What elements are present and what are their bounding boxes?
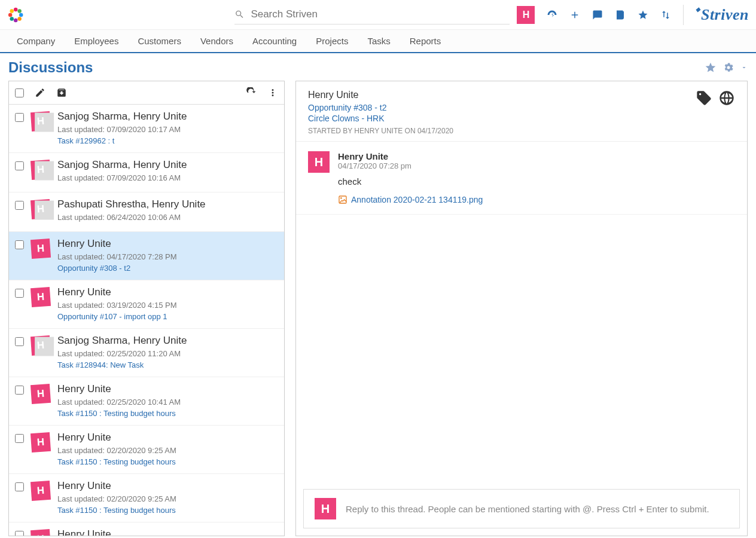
plus-icon[interactable] [569, 10, 580, 20]
app-logo[interactable] [7, 2, 24, 28]
thread-item[interactable]: H Sanjog Sharma, Henry Unite Last update… [9, 329, 284, 377]
svg-point-3 [17, 17, 21, 20]
reply-placeholder: Reply to this thread. People can be ment… [346, 504, 709, 514]
thread-checkbox[interactable] [15, 289, 24, 298]
detail-opportunity-link[interactable]: Opportunity #308 - t2 [308, 103, 735, 112]
gear-icon[interactable] [723, 62, 734, 74]
refresh-icon[interactable] [246, 87, 257, 98]
thread-checkbox[interactable] [15, 201, 24, 210]
thread-link[interactable]: Task #1150 : Testing budget hours [57, 409, 278, 418]
globe-icon[interactable] [718, 90, 735, 106]
thread-link[interactable]: Task #1150 : Testing budget hours [57, 457, 278, 466]
thread-avatar: H [31, 481, 51, 501]
news-icon[interactable] [615, 10, 626, 20]
thread-participants: Henry Unite [57, 383, 278, 395]
select-all-checkbox[interactable] [15, 88, 24, 97]
menu-employees[interactable]: Employees [74, 36, 118, 46]
edit-icon[interactable] [35, 87, 45, 98]
thread-checkbox[interactable] [15, 161, 24, 170]
thread-item[interactable]: H Sanjog Sharma, Henry Unite Last update… [9, 153, 284, 192]
thread-checkbox[interactable] [15, 531, 24, 536]
thread-link[interactable]: Task #1150 : Testing budget hours [57, 506, 278, 515]
message-text: check [338, 176, 483, 187]
top-divider [683, 5, 684, 25]
thread-participants: Henry Unite [57, 238, 278, 250]
sort-icon[interactable] [660, 10, 671, 20]
thread-updated: Last updated: 02/20/2020 9:25 AM [57, 446, 278, 455]
detail-started: STARTED BY HENRY UNITE ON 04/17/2020 [308, 127, 735, 135]
more-icon[interactable] [267, 87, 278, 98]
star-icon[interactable] [638, 10, 648, 20]
svg-point-5 [10, 17, 14, 20]
thread-checkbox[interactable] [15, 386, 24, 395]
user-avatar[interactable]: H [517, 6, 535, 24]
thread-updated: Last updated: 04/17/2020 7:28 PM [57, 252, 278, 261]
thread-item[interactable]: H Sanjog Sharma, Henry Unite Last update… [9, 105, 284, 153]
spacer [296, 215, 747, 482]
attachment-name: Annotation 2020-02-21 134119.png [351, 195, 483, 204]
thread-checkbox[interactable] [15, 337, 24, 346]
thread-avatar: H [31, 160, 51, 180]
menu-customers[interactable]: Customers [138, 36, 181, 46]
thread-item[interactable]: H Henry Unite Last updated: 02/20/2020 9… [9, 426, 284, 474]
svg-point-7 [10, 9, 14, 13]
search-box[interactable] [234, 5, 510, 25]
chevron-down-icon[interactable] [740, 64, 748, 71]
thread-updated: Last updated: 03/19/2020 4:15 PM [57, 301, 278, 310]
svg-point-4 [14, 18, 17, 22]
thread-checkbox[interactable] [15, 434, 24, 443]
thread-avatar: H [31, 432, 51, 453]
thread-item[interactable]: H Henry Unite Last updated: 03/19/2020 4… [9, 280, 284, 329]
thread-participants: Pashupati Shrestha, Henry Unite [57, 198, 278, 210]
thread-link[interactable]: Task #128944: New Task [57, 360, 278, 369]
chat-icon[interactable] [592, 10, 603, 20]
thread-scroll[interactable]: H Sanjog Sharma, Henry Unite Last update… [9, 105, 284, 536]
svg-point-9 [340, 197, 342, 199]
message-time: 04/17/2020 07:28 pm [338, 161, 483, 170]
thread-updated: Last updated: 07/09/2020 10:16 AM [57, 173, 278, 182]
archive-icon[interactable] [56, 87, 67, 98]
thread-item[interactable]: H Henry Unite Last updated: 02/20/2020 9… [9, 474, 284, 522]
dashboard-icon[interactable] [547, 10, 557, 20]
detail-customer-link[interactable]: Circle Clowns - HRK [308, 114, 735, 123]
thread-item[interactable]: H Henry Unite Last updated: 04/17/2020 7… [9, 232, 284, 280]
menu-projects[interactable]: Projects [316, 36, 348, 46]
message-attachment[interactable]: Annotation 2020-02-21 134119.png [338, 195, 483, 204]
thread-item[interactable]: H Henry Unite Last updated: 02/25/2020 1… [9, 377, 284, 426]
search-icon [234, 9, 245, 20]
thread-updated: Last updated: 02/20/2020 9:25 AM [57, 494, 278, 503]
thread-avatar: H [31, 239, 51, 259]
thread-link[interactable]: Opportunity #308 - t2 [57, 264, 278, 273]
thread-link[interactable]: Task #129962 : t [57, 136, 278, 145]
thread-detail-panel: Henry Unite Opportunity #308 - t2 Circle… [295, 81, 748, 536]
thread-checkbox[interactable] [15, 240, 24, 249]
thread-checkbox[interactable] [15, 113, 24, 122]
menu-vendors[interactable]: Vendors [200, 36, 233, 46]
brand-logo[interactable]: ◆Striven [696, 6, 749, 24]
message-author: Henry Unite [338, 151, 483, 161]
thread-item[interactable]: H Henry Unite [9, 522, 284, 536]
menu-reports[interactable]: Reports [410, 36, 441, 46]
thread-participants: Henry Unite [57, 528, 278, 536]
thread-updated: Last updated: 02/25/2020 10:41 AM [57, 398, 278, 406]
search-input[interactable] [251, 5, 510, 24]
thread-participants: Sanjog Sharma, Henry Unite [57, 335, 278, 347]
thread-checkbox[interactable] [15, 482, 24, 491]
content: H Sanjog Sharma, Henry Unite Last update… [0, 81, 756, 538]
tag-icon[interactable] [696, 90, 712, 106]
thread-item[interactable]: H Pashupati Shrestha, Henry Unite Last u… [9, 192, 284, 232]
menu-accounting[interactable]: Accounting [252, 36, 297, 46]
thread-updated: Last updated: 06/24/2020 10:06 AM [57, 213, 278, 222]
topbar: H ◆Striven [0, 0, 756, 30]
reply-box[interactable]: H Reply to this thread. People can be me… [303, 489, 740, 528]
reply-avatar: H [315, 498, 336, 519]
thread-avatar: H [31, 384, 51, 404]
favorite-icon[interactable] [705, 62, 717, 74]
menu-company[interactable]: Company [17, 36, 55, 46]
menu-tasks[interactable]: Tasks [367, 36, 390, 46]
thread-avatar: H [31, 335, 51, 356]
image-icon [338, 195, 347, 204]
thread-toolbar [9, 81, 284, 105]
thread-link[interactable]: Opportunity #107 - import opp 1 [57, 312, 278, 321]
main-menu: Company Employees Customers Vendors Acco… [0, 30, 756, 53]
